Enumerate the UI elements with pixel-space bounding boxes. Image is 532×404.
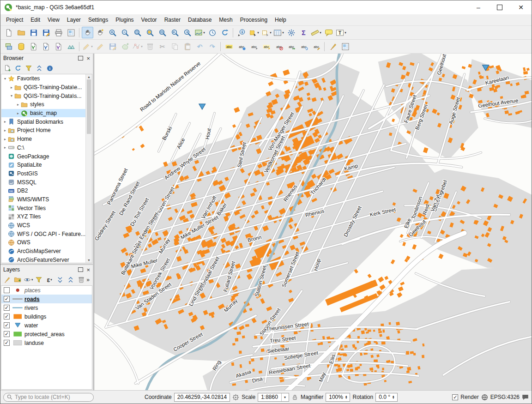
expander-icon[interactable]: ▸: [2, 137, 8, 141]
browser-item-qgis-training-data-s[interactable]: ▾QGIS-Training-Data\s...: [1, 91, 85, 100]
expander-icon[interactable]: ▸: [15, 111, 21, 115]
browser-item-mssql[interactable]: MSSQL: [1, 178, 85, 187]
menu-help[interactable]: Help: [271, 15, 290, 24]
new-virtual-layer[interactable]: [53, 41, 64, 52]
map-canvas[interactable]: Road to Marloth Nature ReserveGeelhoutKa…: [94, 54, 532, 390]
expander-icon[interactable]: ▸: [15, 103, 21, 107]
layer-item-roads[interactable]: ✓roads: [1, 295, 92, 303]
rotate-label[interactable]: abc: [298, 41, 309, 52]
layer-checkbox[interactable]: [4, 287, 10, 293]
new-shapefile-layer[interactable]: [28, 41, 39, 52]
statistical-summary[interactable]: Σ: [298, 27, 309, 38]
scrollbar-thumb[interactable]: [87, 79, 91, 134]
scale-combobox[interactable]: 1:8860▾: [258, 393, 289, 402]
new-project[interactable]: [3, 27, 14, 38]
redo[interactable]: ↷: [206, 41, 218, 52]
browser-item-home[interactable]: ▸Home: [1, 135, 85, 144]
render-checkbox[interactable]: ✓: [452, 394, 458, 400]
scroll-up-icon[interactable]: ▲: [87, 74, 91, 79]
add-group[interactable]: [13, 275, 23, 285]
lock-icon[interactable]: [291, 394, 298, 401]
spinner-arrows-icon[interactable]: ▴▾: [345, 395, 347, 399]
new-map-view[interactable]: ▾: [194, 27, 206, 38]
crs-label[interactable]: EPSG:4326: [490, 394, 520, 400]
browser-item-ows[interactable]: OWS: [1, 238, 85, 247]
layer-labeling-options[interactable]: abc: [223, 41, 235, 52]
deselect-features[interactable]: ▾: [260, 27, 272, 38]
text-annotation[interactable]: T▾: [335, 27, 347, 38]
remove-layer[interactable]: [76, 275, 86, 285]
collapse-all[interactable]: [34, 64, 44, 73]
new-mesh-layer[interactable]: [65, 41, 77, 52]
copy-features[interactable]: [169, 41, 181, 52]
expander-icon[interactable]: ▾: [9, 94, 14, 98]
save-project-as[interactable]: [40, 27, 52, 38]
layer-checkbox[interactable]: ✓: [4, 322, 10, 328]
browser-scrollbar[interactable]: ▲ ▼: [85, 74, 92, 263]
manage-map-themes[interactable]: ▾: [24, 275, 33, 285]
menu-project[interactable]: Project: [2, 15, 27, 24]
expander-icon[interactable]: ▸: [2, 120, 8, 124]
save-project[interactable]: [28, 27, 39, 38]
open-attribute-table[interactable]: ▾: [273, 27, 284, 38]
properties-widget[interactable]: i: [45, 64, 54, 73]
browser-item-favorites[interactable]: ▾Favorites: [1, 74, 85, 83]
map-tips[interactable]: [323, 27, 334, 38]
select-features[interactable]: ▾: [248, 27, 260, 38]
menu-view[interactable]: View: [44, 15, 63, 24]
zoom-to-layer[interactable]: [157, 27, 168, 38]
layer-checkbox[interactable]: ✓: [4, 340, 10, 346]
zoom-next[interactable]: [181, 27, 193, 38]
move-label[interactable]: abc: [285, 41, 297, 52]
magnifier-spinbox[interactable]: 100%▴▾: [326, 393, 350, 402]
expander-icon[interactable]: ▾: [2, 77, 8, 81]
crs-globe-icon[interactable]: [481, 394, 488, 401]
coordinate-input[interactable]: 20.46259,-34.02814: [174, 393, 230, 402]
new-geopackage-layer[interactable]: [15, 41, 27, 52]
menu-plugins[interactable]: Plugins: [112, 15, 137, 24]
paste-features[interactable]: [181, 41, 193, 52]
scroll-down-icon[interactable]: ▼: [87, 258, 91, 263]
toolbar-overflow-chevron[interactable]: »: [86, 277, 91, 283]
add-feature[interactable]: [119, 41, 131, 52]
measure[interactable]: ▾: [310, 27, 322, 38]
layer-checkbox[interactable]: ✓: [4, 296, 10, 302]
expander-icon[interactable]: ▸: [9, 85, 14, 90]
layer-checkbox[interactable]: ✓: [4, 314, 10, 320]
browser-item-spatialite[interactable]: SpatiaLite: [1, 161, 85, 169]
open-layer-styling-panel[interactable]: [2, 275, 12, 285]
highlight-pinned-labels[interactable]: abc: [260, 41, 272, 52]
browser-item-wfs-ogc-api-feature[interactable]: WFS / OGC API - Feature...: [1, 229, 85, 238]
browser-item-xyz-tiles[interactable]: XYZ Tiles: [1, 212, 85, 221]
layer-item-protected-areas[interactable]: ✓protected_areas: [1, 330, 92, 338]
zoom-to-selection[interactable]: [144, 27, 156, 38]
new-print-layout[interactable]: [53, 27, 64, 38]
menu-layer[interactable]: Layer: [63, 15, 85, 24]
extent-icon[interactable]: [232, 394, 239, 401]
browser-item-c[interactable]: ▸C:\: [1, 144, 85, 152]
overview-panel[interactable]: [339, 41, 351, 52]
show-hide-labels[interactable]: abc: [273, 41, 284, 52]
refresh-map[interactable]: [219, 27, 230, 38]
close-panel-icon[interactable]: ×: [86, 267, 90, 273]
add-selected-layers[interactable]: [2, 64, 12, 73]
browser-item-arcgisfeatureserver[interactable]: ArcGisFeatureServer: [1, 255, 85, 263]
browser-item-project-home[interactable]: ▸Project Home: [1, 126, 85, 135]
zoom-full[interactable]: [132, 27, 143, 38]
close-panel-icon[interactable]: ×: [86, 55, 90, 61]
layer-item-places[interactable]: places: [1, 286, 92, 295]
browser-item-basic-map[interactable]: ▸basic_map: [1, 109, 85, 118]
pin-unpin-labels[interactable]: abc: [248, 41, 260, 52]
new-spatialite-layer[interactable]: [40, 41, 52, 52]
browser-item-spatial-bookmarks[interactable]: ▸Spatial Bookmarks: [1, 117, 85, 126]
zoom-out[interactable]: [119, 27, 131, 38]
layer-item-buildings[interactable]: ✓buildings: [1, 312, 92, 321]
messages-icon[interactable]: [522, 394, 529, 401]
show-layout-manager[interactable]: [65, 27, 77, 38]
zoom-last[interactable]: [169, 27, 181, 38]
filter-legend[interactable]: [34, 275, 44, 285]
temporal-controller[interactable]: [206, 27, 218, 38]
change-label-properties[interactable]: abc: [310, 41, 322, 52]
browser-item-vector-tiles[interactable]: Vector Tiles: [1, 204, 85, 212]
layer-item-water[interactable]: ✓water: [1, 321, 92, 330]
